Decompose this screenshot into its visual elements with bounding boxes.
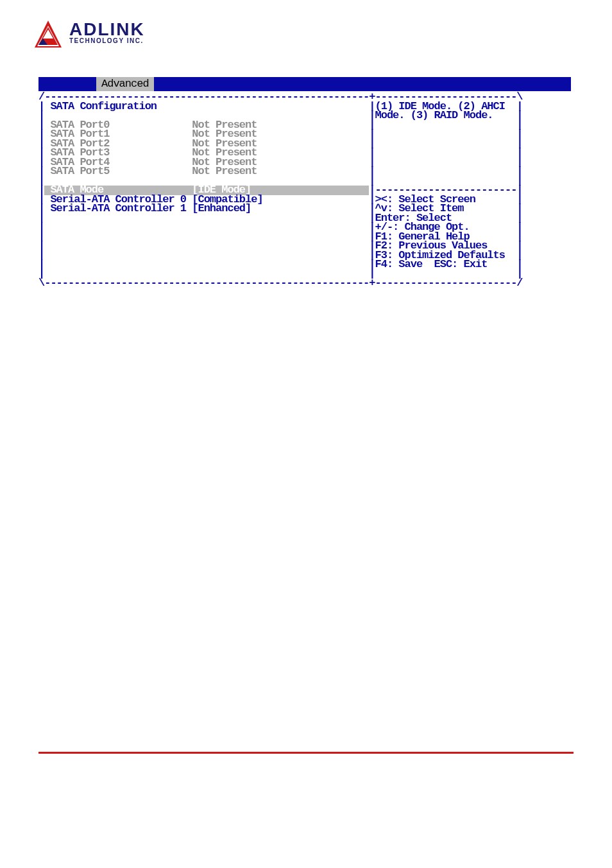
tab-advanced[interactable]: Advanced — [96, 77, 154, 91]
footer-divider — [38, 752, 574, 754]
logo: ADLINK TECHNOLOGY INC. — [32, 19, 612, 51]
logo-icon — [32, 19, 64, 51]
tab-strip: Advanced — [38, 77, 571, 91]
bios-body: /---------------------------------------… — [38, 91, 571, 290]
bios-screen: Advanced /------------------------------… — [38, 77, 571, 290]
logo-area: ADLINK TECHNOLOGY INC. — [0, 0, 612, 51]
logo-text-sub: TECHNOLOGY INC. — [69, 37, 145, 44]
